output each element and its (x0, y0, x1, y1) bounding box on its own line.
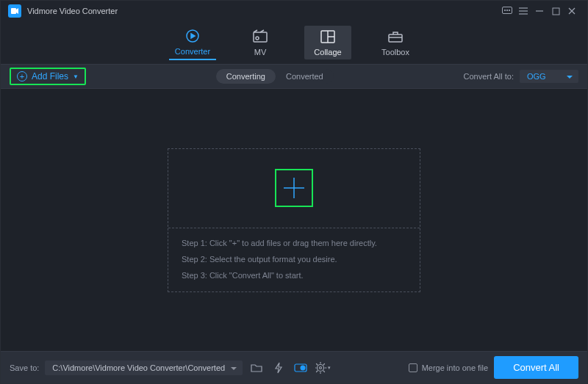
svg-point-14 (256, 37, 259, 40)
titlebar: Vidmore Video Converter (1, 1, 587, 21)
main-tabs: Converter MV Collage Toolbox (1, 21, 587, 64)
svg-point-2 (504, 10, 505, 10)
collage-icon (320, 29, 336, 45)
app-logo-icon (8, 4, 21, 18)
menu-icon[interactable] (515, 3, 531, 19)
plus-circle-icon: + (17, 71, 27, 81)
convert-all-to: Convert All to: OGG (464, 70, 578, 83)
close-button[interactable] (564, 3, 580, 19)
svg-point-3 (506, 10, 507, 10)
add-file-plus-button[interactable] (275, 169, 313, 207)
svg-point-23 (301, 365, 306, 370)
convert-all-to-label: Convert All to: (464, 72, 514, 81)
maximize-button[interactable] (548, 3, 564, 19)
tab-label: MV (254, 48, 267, 57)
app-title: Vidmore Video Converter (27, 7, 118, 15)
settings-button[interactable]: ▾ (315, 360, 331, 376)
add-files-label: Add Files (32, 71, 68, 81)
step-text: Step 3: Click "Convert All" to start. (182, 271, 406, 280)
app-window: Vidmore Video Converter Converter (0, 0, 588, 384)
step-text: Step 2: Select the output format you des… (182, 255, 406, 264)
tab-collage[interactable]: Collage (304, 26, 351, 59)
instruction-steps: Step 1: Click "+" to add files or drag t… (168, 228, 420, 291)
merge-label: Merge into one file (422, 363, 489, 372)
svg-point-4 (509, 10, 509, 10)
open-folder-button[interactable] (248, 360, 265, 376)
toolbar: + Add Files ▼ Converting Converted Conve… (1, 64, 587, 89)
step-text: Step 1: Click "+" to add files or drag t… (182, 239, 406, 247)
segment-converted[interactable]: Converted (276, 69, 334, 84)
convert-all-button[interactable]: Convert All (494, 356, 578, 379)
drop-zone[interactable]: Step 1: Click "+" to add files or drag t… (168, 148, 420, 292)
svg-rect-18 (389, 35, 402, 42)
merge-checkbox[interactable]: Merge into one file (409, 363, 489, 372)
format-select[interactable]: OGG (520, 70, 578, 83)
status-segmented: Converting Converted (216, 69, 334, 84)
svg-rect-9 (553, 8, 559, 15)
tab-converter[interactable]: Converter (169, 25, 216, 60)
save-to-label: Save to: (10, 363, 39, 372)
segment-converting[interactable]: Converting (216, 69, 276, 84)
tab-toolbox[interactable]: Toolbox (372, 26, 419, 59)
tab-mv[interactable]: MV (237, 26, 284, 59)
svg-rect-0 (11, 8, 16, 14)
footer: Save to: C:\Vidmore\Vidmore Video Conver… (1, 351, 587, 383)
tab-label: Toolbox (381, 48, 409, 57)
checkbox-icon (409, 363, 417, 372)
drop-zone-top (168, 149, 420, 228)
tab-label: Converter (175, 47, 210, 56)
minimize-button[interactable] (531, 3, 548, 19)
mv-icon (252, 29, 268, 45)
tab-label: Collage (314, 48, 341, 57)
svg-point-24 (317, 364, 323, 371)
content-area: Step 1: Click "+" to add files or drag t… (1, 89, 587, 351)
hardware-accel-button[interactable] (270, 360, 287, 376)
feedback-icon[interactable] (499, 3, 515, 19)
save-path-select[interactable]: C:\Vidmore\Vidmore Video Converter\Conve… (45, 361, 243, 375)
caret-down-icon: ▼ (73, 73, 79, 80)
add-files-button[interactable]: + Add Files ▼ (10, 68, 86, 85)
converter-icon (184, 28, 201, 44)
high-speed-button[interactable] (293, 360, 309, 376)
svg-point-25 (319, 366, 321, 369)
toolbox-icon (387, 29, 404, 45)
